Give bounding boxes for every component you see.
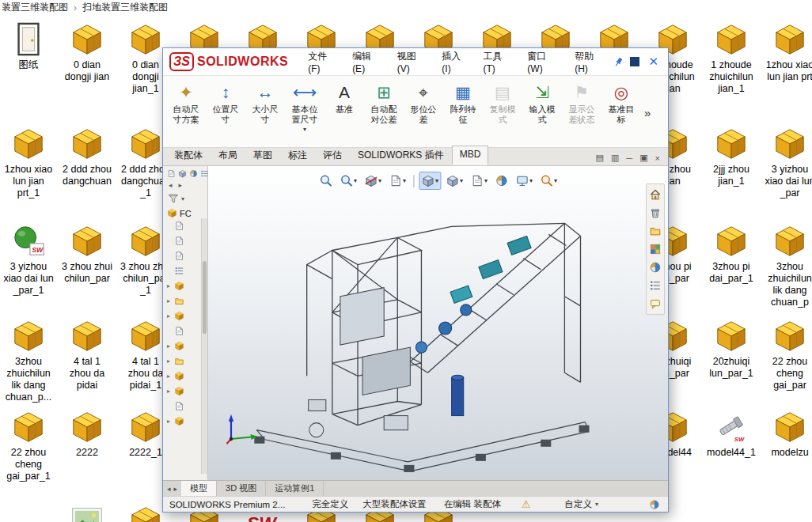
status-large-assembly[interactable]: 大型装配体设置 bbox=[362, 498, 427, 510]
menu-item[interactable]: 工具(T) bbox=[476, 46, 520, 78]
pane-left-icon[interactable]: ▤ bbox=[596, 153, 604, 163]
bom-list-button[interactable] bbox=[649, 279, 662, 292]
doc-restore-icon[interactable]: ▣ bbox=[639, 153, 647, 163]
document-tab[interactable]: 模型 bbox=[181, 481, 217, 496]
file-icon[interactable]: 22 zhou cheng gai_par_1 bbox=[2, 410, 55, 482]
featuremanager-tree-tab-icon[interactable] bbox=[167, 169, 176, 178]
tree-item[interactable] bbox=[167, 266, 184, 276]
customize-button[interactable]: 自定义 ▾ bbox=[564, 498, 598, 510]
globe-icon[interactable] bbox=[649, 499, 660, 510]
file-icon[interactable]: 3zhou pi dai_par_1 bbox=[705, 224, 757, 285]
menu-item[interactable]: 插入(I) bbox=[434, 46, 476, 78]
file-icon[interactable]: 1 zhoude zhuichilun jian_1 bbox=[705, 22, 757, 95]
pane-right-icon[interactable]: ▥ bbox=[611, 153, 619, 163]
file-icon[interactable]: 3 yizhou xiao dai lun _par bbox=[764, 127, 812, 199]
trash-button[interactable] bbox=[649, 206, 662, 219]
color-wheel-button[interactable] bbox=[649, 261, 662, 274]
file-icon[interactable]: 1zhou xiao lun jian prt_1 bbox=[2, 127, 55, 199]
file-icon[interactable]: 2222 bbox=[61, 410, 113, 459]
command-tab[interactable]: 标注 bbox=[280, 146, 315, 165]
propertymanager-tab-icon[interactable] bbox=[178, 169, 187, 178]
tree-item[interactable]: ▸ bbox=[167, 416, 184, 426]
menu-item[interactable]: 帮助(H) bbox=[567, 46, 613, 78]
toolbar-overflow-button[interactable]: » bbox=[644, 106, 651, 119]
rebuild-warning-icon[interactable]: ⚠ bbox=[522, 498, 531, 510]
restore-icon[interactable] bbox=[630, 57, 639, 66]
toolbar-button[interactable]: ↕位置尺寸 bbox=[206, 78, 245, 147]
scroll-left-icon[interactable]: ◂ bbox=[169, 181, 173, 189]
toolbar-button[interactable]: ⟷基本位置尺寸▾ bbox=[285, 78, 324, 147]
expand-arrow-icon[interactable]: ▸ bbox=[167, 341, 173, 351]
section-view-button[interactable]: ▾ bbox=[362, 172, 384, 190]
file-icon[interactable]: 3 zhou zhui chilun_par bbox=[61, 224, 113, 285]
toolbar-button[interactable]: ◎基准目标 bbox=[601, 78, 641, 147]
expand-arrow-icon[interactable]: ▸ bbox=[167, 386, 173, 396]
annotation-view-button[interactable]: ▾ bbox=[386, 172, 408, 190]
tree-item[interactable]: ▸ bbox=[167, 386, 184, 396]
view-settings-button[interactable]: ▾ bbox=[537, 172, 560, 190]
toolbar-button[interactable]: ⚑显示公差状态 bbox=[562, 78, 601, 147]
breadcrumb-current[interactable]: 扫地装置三维装配图 bbox=[82, 1, 168, 14]
command-tab[interactable]: 布局 bbox=[211, 146, 245, 165]
expand-arrow-icon[interactable]: ▸ bbox=[167, 281, 173, 291]
zoom-area-button[interactable]: ▾ bbox=[337, 172, 359, 190]
tree-item[interactable] bbox=[167, 251, 184, 261]
menu-item[interactable]: 视图(V) bbox=[390, 46, 435, 78]
menu-item[interactable]: 窗口(W) bbox=[520, 46, 567, 78]
expand-arrow-icon[interactable]: ▸ bbox=[167, 311, 173, 321]
doc-minimize-icon[interactable]: ─ bbox=[626, 153, 632, 163]
home-button[interactable] bbox=[649, 188, 662, 201]
file-icon[interactable]: modelzu bbox=[764, 410, 812, 459]
tree-item[interactable]: ▸ bbox=[167, 296, 184, 306]
toolbar-button[interactable]: ✦自动尺寸方案 bbox=[166, 78, 206, 147]
expand-arrow-icon[interactable]: ▸ bbox=[167, 416, 173, 426]
doc-close-icon[interactable]: × bbox=[655, 153, 660, 163]
edit-appearance-button[interactable] bbox=[492, 172, 510, 190]
toolbar-button[interactable]: ▤复制模式 bbox=[483, 78, 522, 147]
view-orientation-button[interactable]: ▾ bbox=[419, 172, 441, 190]
file-icon[interactable]: 3 yizhou xiao dai lun _par_1 bbox=[2, 224, 55, 297]
breadcrumb-folder[interactable]: 装置三维装配图 bbox=[2, 1, 68, 14]
toolbar-button[interactable]: ⌖形位公差 bbox=[404, 78, 443, 147]
file-icon[interactable]: model44_1 bbox=[705, 410, 757, 459]
command-tab[interactable]: 装配体 bbox=[166, 146, 211, 165]
file-icon[interactable]: 4 tal 1 zhou da pidai bbox=[61, 319, 113, 392]
tab-scroll-right-icon[interactable]: ▸ bbox=[174, 485, 178, 493]
toolbar-button[interactable]: ⇲输入模式 bbox=[522, 78, 562, 147]
command-tab[interactable]: MBD bbox=[452, 146, 489, 165]
command-tab[interactable]: 草图 bbox=[245, 146, 280, 165]
hide-show-items-button[interactable]: ▾ bbox=[468, 172, 490, 190]
tree-item[interactable] bbox=[167, 236, 184, 246]
command-tab[interactable]: SOLIDWORKS 插件 bbox=[350, 146, 452, 165]
expand-arrow-icon[interactable]: ▸ bbox=[167, 356, 173, 366]
file-icon[interactable]: 3zhou zhuichilun lik dang chuan_p bbox=[764, 224, 812, 308]
graphics-area[interactable]: ▾▾▾▾▾▾▾▾ bbox=[208, 166, 668, 480]
document-tab[interactable]: 运动算例1 bbox=[266, 481, 324, 496]
panel-scrollbar[interactable] bbox=[201, 218, 207, 474]
configuration-tab-icon[interactable] bbox=[189, 169, 198, 178]
tree-root-node[interactable]: FC bbox=[167, 208, 192, 218]
file-icon[interactable]: 20zhuiqi lun_par_1 bbox=[705, 319, 757, 380]
document-tab[interactable]: 3D 视图 bbox=[217, 481, 266, 496]
scrollbar-thumb[interactable] bbox=[203, 261, 207, 334]
menu-item[interactable]: 文件(F) bbox=[301, 46, 345, 78]
file-icon[interactable]: 3zhou zhuichilun lik dang chuan_p... bbox=[2, 319, 55, 403]
file-icon[interactable]: 1zhou xiao lun jian prt bbox=[764, 22, 812, 83]
toolbar-button[interactable]: ↔大小尺寸 bbox=[245, 78, 285, 147]
file-icon[interactable]: 0 dian dongji jian bbox=[61, 22, 113, 83]
file-icon[interactable] bbox=[61, 505, 113, 522]
folder-button[interactable] bbox=[649, 225, 662, 237]
tree-item[interactable]: ▸ bbox=[167, 356, 184, 366]
command-tab[interactable]: 评估 bbox=[315, 146, 350, 165]
palette-grid-button[interactable] bbox=[649, 243, 662, 255]
display-style-button[interactable]: ▾ bbox=[443, 172, 465, 190]
expand-arrow-icon[interactable]: ▸ bbox=[167, 371, 173, 381]
expand-arrow-icon[interactable]: ▸ bbox=[167, 296, 173, 306]
tab-scroll-left-icon[interactable]: ◂ bbox=[167, 485, 171, 493]
tree-item[interactable] bbox=[167, 326, 184, 336]
tree-item[interactable]: ▸ bbox=[167, 341, 184, 351]
tree-filter-button[interactable]: ▾ bbox=[167, 192, 184, 205]
tree-item[interactable]: ▸ bbox=[167, 281, 184, 291]
toolbar-button[interactable]: A基准 bbox=[324, 78, 364, 147]
menu-item[interactable]: 编辑(E) bbox=[345, 46, 390, 78]
